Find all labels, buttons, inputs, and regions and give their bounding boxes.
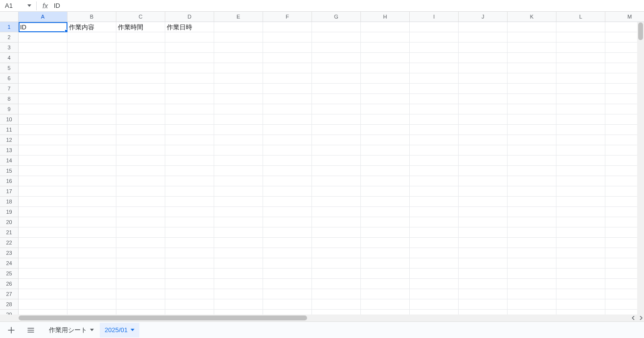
cell[interactable] [263, 227, 312, 238]
cell[interactable] [361, 176, 410, 186]
cell[interactable] [508, 269, 556, 279]
cell[interactable] [263, 125, 312, 135]
cell[interactable] [459, 22, 508, 32]
column-header[interactable]: C [116, 12, 165, 22]
sheet-tab[interactable]: 作業用シート [44, 323, 99, 338]
column-header[interactable]: I [410, 12, 459, 22]
cell[interactable] [459, 32, 508, 43]
cell[interactable] [312, 227, 361, 238]
cell[interactable] [165, 279, 214, 289]
cell[interactable] [508, 73, 556, 84]
cell[interactable] [508, 145, 556, 156]
cell[interactable] [263, 53, 312, 63]
cell[interactable] [508, 279, 556, 289]
cell[interactable] [410, 63, 459, 73]
cell[interactable] [361, 289, 410, 299]
cell[interactable] [556, 166, 605, 176]
cell[interactable] [556, 84, 605, 94]
row-header[interactable]: 17 [0, 186, 19, 197]
cell[interactable] [214, 125, 263, 135]
cell[interactable] [165, 94, 214, 104]
cell[interactable] [67, 156, 116, 166]
cell[interactable] [410, 186, 459, 197]
cell[interactable] [263, 22, 312, 32]
cell[interactable] [312, 197, 361, 207]
cell[interactable] [361, 238, 410, 248]
cell[interactable] [214, 145, 263, 156]
cell[interactable] [312, 248, 361, 258]
cell[interactable] [410, 145, 459, 156]
column-header[interactable]: B [67, 12, 116, 22]
cell[interactable] [214, 217, 263, 227]
cell[interactable] [214, 104, 263, 114]
cell[interactable] [165, 248, 214, 258]
cell[interactable] [459, 269, 508, 279]
cell[interactable] [19, 43, 67, 53]
scroll-right-button[interactable] [637, 315, 644, 321]
column-header[interactable]: G [312, 12, 361, 22]
cell[interactable] [312, 32, 361, 43]
cell[interactable] [312, 63, 361, 73]
cell[interactable] [361, 135, 410, 145]
cell[interactable] [214, 186, 263, 197]
row-header[interactable]: 24 [0, 258, 19, 269]
cell[interactable] [67, 207, 116, 217]
cell[interactable] [361, 258, 410, 269]
cell[interactable] [19, 156, 67, 166]
cell[interactable] [459, 299, 508, 310]
cell[interactable] [165, 73, 214, 84]
cell[interactable] [19, 166, 67, 176]
cell[interactable] [116, 207, 165, 217]
cell[interactable] [165, 258, 214, 269]
cell[interactable] [410, 114, 459, 125]
cell[interactable] [410, 248, 459, 258]
cell[interactable] [116, 289, 165, 299]
cell[interactable] [19, 238, 67, 248]
cell[interactable] [19, 269, 67, 279]
cell[interactable] [214, 176, 263, 186]
cell[interactable] [556, 114, 605, 125]
cell[interactable] [508, 176, 556, 186]
cell[interactable] [165, 125, 214, 135]
cell[interactable] [410, 94, 459, 104]
cell[interactable] [410, 166, 459, 176]
cell[interactable] [214, 73, 263, 84]
cell[interactable] [459, 258, 508, 269]
cell[interactable] [312, 114, 361, 125]
cell[interactable] [67, 84, 116, 94]
cell[interactable] [214, 289, 263, 299]
cell[interactable] [116, 176, 165, 186]
cell[interactable] [312, 299, 361, 310]
cell[interactable] [459, 186, 508, 197]
cell[interactable] [556, 207, 605, 217]
cell[interactable] [312, 104, 361, 114]
row-header[interactable]: 7 [0, 84, 19, 94]
cell[interactable] [263, 156, 312, 166]
row-header[interactable]: 4 [0, 53, 19, 63]
cell[interactable] [410, 269, 459, 279]
cell[interactable] [556, 289, 605, 299]
cell[interactable] [459, 94, 508, 104]
cell[interactable] [214, 248, 263, 258]
cell[interactable] [67, 166, 116, 176]
cell[interactable] [116, 238, 165, 248]
cell[interactable] [116, 135, 165, 145]
horizontal-scrollbar[interactable] [19, 315, 611, 321]
cell[interactable] [556, 63, 605, 73]
cell[interactable] [410, 258, 459, 269]
cell[interactable] [312, 145, 361, 156]
scrollbar-thumb[interactable] [19, 315, 307, 320]
cell[interactable] [556, 43, 605, 53]
cell[interactable] [312, 53, 361, 63]
cell[interactable] [508, 166, 556, 176]
cell[interactable] [19, 310, 67, 315]
cell[interactable] [459, 217, 508, 227]
cell[interactable] [410, 207, 459, 217]
cell[interactable] [67, 227, 116, 238]
cell[interactable] [263, 279, 312, 289]
cell[interactable] [165, 145, 214, 156]
add-sheet-button[interactable] [5, 324, 18, 337]
cell[interactable] [556, 145, 605, 156]
cell[interactable] [263, 32, 312, 43]
cell[interactable] [214, 269, 263, 279]
